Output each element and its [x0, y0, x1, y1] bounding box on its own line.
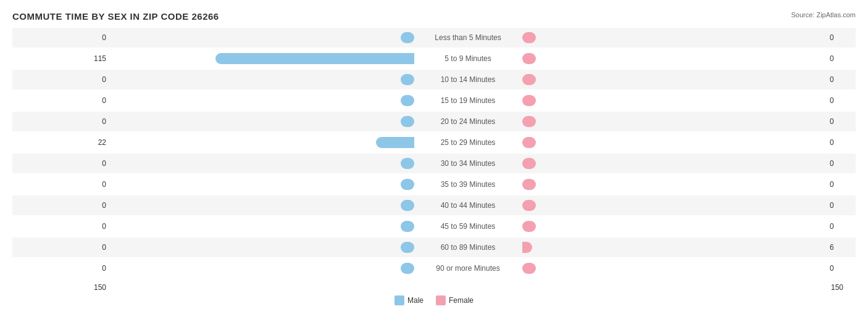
male-bar: [401, 158, 414, 169]
row-label: 90 or more Minutes: [414, 264, 522, 273]
left-value: 0: [12, 96, 111, 105]
legend-male-label: Male: [407, 296, 424, 305]
male-bar: [376, 137, 414, 148]
chart-area: 0Less than 5 Minutes01155 to 9 Minutes00…: [12, 28, 856, 278]
male-bar-container: [111, 263, 414, 274]
female-bar-container: [522, 53, 825, 64]
bar-row: 0Less than 5 Minutes0: [12, 28, 856, 47]
right-value: 0: [825, 159, 856, 168]
female-bar: [522, 221, 536, 232]
row-label: 60 to 89 Minutes: [414, 243, 522, 252]
right-value: 0: [825, 117, 856, 126]
right-value: 0: [825, 96, 856, 105]
right-value: 0: [825, 264, 856, 273]
male-bar: [401, 95, 414, 106]
female-bar-container: [522, 95, 825, 106]
right-value: 0: [825, 33, 856, 42]
male-bar: [401, 116, 414, 127]
female-bar-container: [522, 263, 825, 274]
legend: Male Female: [12, 295, 856, 305]
right-value: 0: [825, 180, 856, 189]
female-bar: [522, 32, 536, 43]
female-bar: [522, 179, 536, 190]
male-bar: [401, 179, 414, 190]
axis-row: 150 150: [12, 283, 856, 292]
row-label: 20 to 24 Minutes: [414, 117, 522, 126]
male-bar-container: [111, 200, 414, 211]
row-label: 5 to 9 Minutes: [414, 54, 522, 63]
left-value: 0: [12, 180, 111, 189]
male-bar-container: [111, 158, 414, 169]
legend-female-label: Female: [449, 296, 474, 305]
right-value: 0: [825, 201, 856, 210]
axis-left: 150: [12, 283, 111, 292]
bars-center: 45 to 59 Minutes: [111, 221, 825, 232]
left-value: 0: [12, 75, 111, 84]
female-bar-container: [522, 137, 825, 148]
male-bar-container: [111, 74, 414, 85]
left-value: 0: [12, 117, 111, 126]
male-bar: [401, 74, 414, 85]
left-value: 22: [12, 138, 111, 147]
female-bar: [522, 200, 536, 211]
row-label: 35 to 39 Minutes: [414, 180, 522, 189]
row-label: 45 to 59 Minutes: [414, 222, 522, 231]
female-bar: [522, 263, 536, 274]
female-bar-container: [522, 116, 825, 127]
male-bar-container: [111, 116, 414, 127]
bars-center: 25 to 29 Minutes: [111, 137, 825, 148]
female-bar-container: [522, 179, 825, 190]
male-bar: [401, 32, 414, 43]
male-bar: [401, 200, 414, 211]
male-bar: [401, 242, 414, 253]
male-bar-container: [111, 32, 414, 43]
left-value: 115: [12, 54, 111, 63]
female-bar: [522, 137, 536, 148]
left-value: 0: [12, 33, 111, 42]
female-bar: [522, 242, 533, 253]
bar-row: 035 to 39 Minutes0: [12, 175, 856, 194]
female-bar-container: [522, 74, 825, 85]
bars-center: 90 or more Minutes: [111, 263, 825, 274]
bar-row: 045 to 59 Minutes0: [12, 217, 856, 236]
female-bar-container: [522, 32, 825, 43]
left-value: 0: [12, 159, 111, 168]
male-bar-container: [111, 179, 414, 190]
bars-center: 5 to 9 Minutes: [111, 53, 825, 64]
bar-row: 010 to 14 Minutes0: [12, 70, 856, 89]
left-value: 0: [12, 264, 111, 273]
female-bar-container: [522, 200, 825, 211]
male-bar: [215, 53, 414, 64]
bar-row: 060 to 89 Minutes6: [12, 237, 856, 257]
bar-row: 2225 to 29 Minutes0: [12, 133, 856, 152]
male-bar-container: [111, 137, 414, 148]
bar-row: 040 to 44 Minutes0: [12, 196, 856, 215]
bar-row: 090 or more Minutes0: [12, 258, 856, 278]
bar-row: 030 to 34 Minutes0: [12, 154, 856, 173]
legend-male-item: Male: [394, 295, 424, 305]
bars-center: Less than 5 Minutes: [111, 32, 825, 43]
legend-female-box: [436, 295, 446, 305]
bars-center: 20 to 24 Minutes: [111, 116, 825, 127]
male-bar-container: [111, 95, 414, 106]
row-label: 25 to 29 Minutes: [414, 138, 522, 147]
bars-center: 40 to 44 Minutes: [111, 200, 825, 211]
female-bar: [522, 95, 536, 106]
source-label: Source: ZipAtlas.com: [791, 11, 856, 19]
right-value: 0: [825, 54, 856, 63]
chart-title: COMMUTE TIME BY SEX IN ZIP CODE 26266: [12, 11, 856, 22]
bar-row: 015 to 19 Minutes0: [12, 91, 856, 110]
left-value: 0: [12, 201, 111, 210]
bars-center: 15 to 19 Minutes: [111, 95, 825, 106]
left-value: 0: [12, 243, 111, 252]
right-value: 0: [825, 222, 856, 231]
male-bar: [401, 221, 414, 232]
bar-row: 020 to 24 Minutes0: [12, 112, 856, 131]
right-value: 0: [825, 75, 856, 84]
left-value: 0: [12, 222, 111, 231]
male-bar-container: [111, 242, 414, 253]
right-value: 6: [825, 243, 856, 252]
female-bar: [522, 116, 536, 127]
bars-center: 10 to 14 Minutes: [111, 74, 825, 85]
male-bar-container: [111, 53, 414, 64]
